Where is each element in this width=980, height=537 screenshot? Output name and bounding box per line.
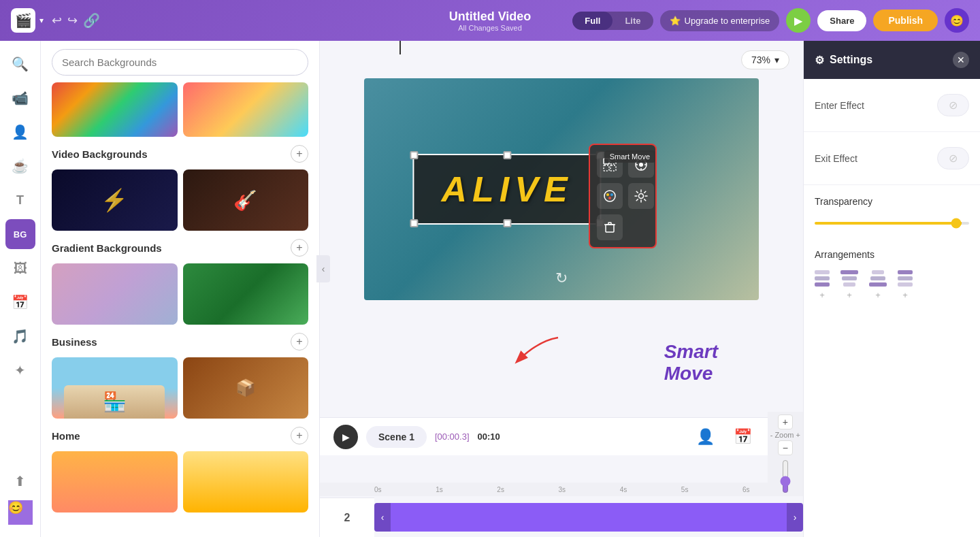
exit-effect-button[interactable]: ⊘	[937, 147, 969, 169]
music-nav-button[interactable]: 🎵	[5, 321, 35, 351]
search-backgrounds-input[interactable]	[52, 49, 308, 76]
playhead[interactable]	[399, 41, 401, 54]
scene-label: Scene 1	[366, 426, 427, 448]
transparency-label: Transparency	[815, 196, 969, 207]
zoom-slider[interactable]	[780, 459, 791, 493]
delete-button[interactable]	[597, 214, 623, 240]
main-area: 🔍 📹 👤 ☕ T BG 🖼 📅 🎵 ✦ ⬆ 😊 Video Backgroun…	[0, 41, 980, 537]
full-mode-button[interactable]: Full	[572, 12, 612, 30]
exit-effect-label: Exit Effect	[815, 153, 858, 164]
ruler-1s: 1s	[436, 486, 443, 493]
thumbnail-colorful[interactable]	[52, 82, 178, 137]
arrangement-backward[interactable]: +	[840, 270, 858, 300]
video-thumb-lightning[interactable]	[52, 169, 178, 231]
undo-button[interactable]: ↩	[52, 13, 62, 28]
video-thumb-guitar[interactable]: 🎸	[183, 169, 309, 231]
selection-handle-tl[interactable]	[410, 151, 418, 159]
zoom-out-button[interactable]: −	[778, 440, 793, 455]
rotate-handle[interactable]: ↻	[553, 270, 570, 287]
settings-close-button[interactable]: ✕	[953, 52, 969, 68]
enter-effect-button[interactable]: ⊘	[937, 94, 969, 116]
settings-context-button[interactable]	[628, 183, 654, 209]
play-button[interactable]: ▶	[786, 8, 811, 33]
svg-point-14	[639, 194, 644, 199]
redo-button[interactable]: ↪	[67, 13, 78, 28]
user-avatar-sidebar[interactable]: 😊	[8, 500, 33, 525]
business-thumb-1[interactable]: 🏪	[52, 357, 178, 419]
zoom-in-button[interactable]: +	[778, 414, 793, 429]
home-thumb-2[interactable]	[183, 451, 309, 512]
coffee-nav-button[interactable]: ☕	[5, 151, 35, 181]
selection-handle-bl[interactable]	[410, 219, 418, 227]
background-nav-button[interactable]: BG	[5, 219, 35, 249]
text-nav-button[interactable]: T	[5, 185, 35, 215]
lite-mode-button[interactable]: Lite	[612, 12, 653, 30]
undo-redo-group: ↩ ↪	[52, 13, 78, 28]
settings-title: ⚙ Settings	[815, 54, 872, 67]
svg-rect-15	[606, 225, 614, 232]
gradient-thumb-2[interactable]	[183, 263, 309, 325]
arrangement-forward[interactable]: +	[869, 270, 887, 300]
svg-point-5	[639, 163, 643, 167]
canvas-frame[interactable]: ALIVE Smart Move	[364, 78, 759, 300]
svg-rect-17	[608, 223, 611, 225]
home-thumbnails	[52, 451, 308, 512]
arrangement-send-back[interactable]: +	[815, 270, 830, 300]
track-bar[interactable]: ‹ ›	[374, 503, 803, 532]
selection-handle-tm[interactable]	[503, 151, 511, 159]
arrangement-bring-front[interactable]: +	[898, 270, 913, 300]
exit-effect-row: Exit Effect ⊘	[815, 140, 969, 176]
alive-text: ALIVE	[441, 169, 572, 209]
time-start-display: [00:00.3]	[435, 432, 470, 442]
gradient-bg-add-button[interactable]: +	[291, 239, 308, 257]
business-thumb-2[interactable]: 📦	[183, 357, 309, 419]
zoom-text-label: - Zoom +	[770, 431, 800, 439]
gradient-thumb-1[interactable]	[52, 263, 178, 325]
text-element[interactable]: ALIVE	[412, 154, 601, 225]
effects-nav-button[interactable]: ✦	[5, 355, 35, 385]
business-add-button[interactable]: +	[291, 333, 308, 351]
search-nav-button[interactable]: 🔍	[5, 49, 35, 79]
zoom-chevron-icon: ▾	[774, 54, 779, 65]
right-controls: Full Lite ⭐ Upgrade to enterprise ▶ Shar…	[572, 8, 969, 33]
arrangements-label: Arrangements	[815, 249, 969, 260]
person-timeline-icon[interactable]: 👤	[696, 428, 715, 446]
arrangements-icons-row: + +	[815, 270, 969, 300]
logo-area: 🎬 ▾	[11, 8, 44, 33]
upload-nav-button[interactable]: ⬆	[5, 466, 35, 496]
arrangement-plus-2: +	[847, 290, 852, 300]
business-thumbnails: 🏪 📦	[52, 357, 308, 419]
upgrade-button[interactable]: ⭐ Upgrade to enterprise	[660, 10, 780, 31]
video-bg-section-header: Video Backgrounds +	[52, 145, 308, 163]
transparency-slider[interactable]	[815, 222, 969, 225]
ruler-3s: 3s	[559, 486, 566, 493]
image-nav-button[interactable]: 🖼	[5, 253, 35, 283]
track-scroll-left[interactable]: ‹	[374, 503, 391, 532]
exit-effect-icon: ⊘	[949, 152, 958, 165]
publish-button[interactable]: Publish	[873, 10, 938, 31]
canvas-wrapper: ALIVE Smart Move	[364, 78, 759, 300]
track-scroll-right[interactable]: ›	[787, 503, 803, 532]
home-add-button[interactable]: +	[291, 427, 308, 444]
panel-collapse-button[interactable]: ‹	[316, 255, 330, 282]
svg-rect-3	[610, 165, 616, 171]
calendar-timeline-icon[interactable]: 📅	[734, 428, 752, 446]
home-thumb-1[interactable]	[52, 451, 178, 512]
video-bg-add-button[interactable]: +	[291, 145, 308, 163]
mode-toggle: Full Lite	[572, 12, 653, 30]
context-menu: Smart Move	[589, 144, 657, 248]
person-nav-button[interactable]: 👤	[5, 117, 35, 147]
share-button[interactable]: Share	[817, 10, 866, 31]
zoom-control[interactable]: 73% ▾	[741, 50, 789, 69]
thumbnail-food[interactable]	[183, 82, 309, 137]
user-avatar[interactable]: 😊	[945, 8, 969, 33]
selection-handle-bm[interactable]	[503, 219, 511, 227]
video-nav-button[interactable]: 📹	[5, 83, 35, 113]
color-button[interactable]	[597, 183, 623, 209]
logo-icon[interactable]: 🎬	[11, 8, 35, 33]
logo-chevron[interactable]: ▾	[39, 16, 44, 25]
calendar-nav-button[interactable]: 📅	[5, 287, 35, 317]
title-area: Untitled Video All Changes Saved	[449, 10, 532, 32]
timeline-play-button[interactable]: ▶	[333, 425, 358, 449]
share-icon-button[interactable]: 🔗	[83, 12, 100, 29]
